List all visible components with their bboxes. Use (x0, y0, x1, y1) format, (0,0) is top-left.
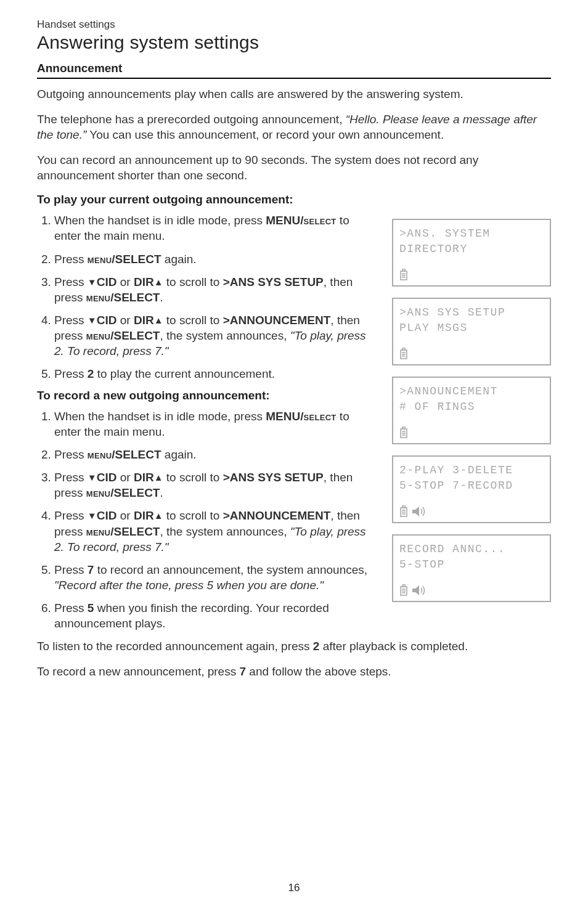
screen-line-2: # OF RINGS (399, 399, 544, 414)
para-intro-2b: You can use this announcement, or record… (86, 128, 444, 141)
record-step-2: Press menu/SELECT again. (54, 447, 376, 462)
text: to scroll to (163, 275, 223, 288)
text: to scroll to (163, 509, 223, 522)
menu-item-announcement: >ANNOUNCEMENT (223, 509, 331, 522)
text: Press (54, 601, 88, 614)
record-step-4: Press ▼CID or DIR▲ to scroll to >ANNOUNC… (54, 508, 376, 554)
battery-icon (399, 426, 408, 439)
play-step-5: Press 2 to play the current announcement… (54, 366, 376, 381)
text: Press (54, 253, 88, 266)
play-step-2: Press menu/SELECT again. (54, 251, 376, 267)
play-step-3: Press ▼CID or DIR▲ to scroll to >ANS SYS… (54, 274, 376, 305)
play-steps-list: When the handset is in idle mode, press … (37, 213, 376, 381)
screen-line-1: 2-PLAY 3-DELETE (399, 463, 544, 478)
handset-screen-announcement: >ANNOUNCEMENT # OF RINGS (392, 377, 551, 444)
divider (37, 78, 551, 79)
text: and follow the above steps. (246, 665, 391, 678)
key-menu: menu/SELECT (86, 486, 160, 499)
key-menu: menu/SELECT (86, 329, 160, 342)
handset-screen-record-annc: RECORD ANNC... 5-STOP (392, 534, 551, 602)
svg-rect-16 (402, 506, 405, 508)
text: when you finish the recording. Your reco… (54, 601, 329, 630)
text: again. (161, 253, 197, 266)
subheading-play: To play your current outgoing announceme… (37, 193, 551, 206)
text: to record an announcement, the system an… (94, 563, 367, 576)
text: or (116, 275, 133, 288)
para-intro-3: You can record an announcement up to 90 … (37, 152, 551, 183)
text: Press (54, 314, 88, 327)
up-triangle-icon: ▲ (154, 314, 163, 327)
key-7: 7 (88, 563, 94, 576)
para-intro-2a: The telephone has a prerecorded outgoing… (37, 113, 346, 126)
text: When the handset is in idle mode, press (54, 410, 266, 423)
menu-item-ans-setup: >ANS SYS SETUP (223, 471, 324, 484)
text: Press (54, 275, 88, 288)
svg-rect-6 (402, 348, 405, 350)
key-menu: menu/SELECT (86, 525, 160, 538)
text: To record a new announcement, press (37, 665, 239, 678)
text: To listen to the recorded announcement a… (37, 640, 313, 653)
menu-item-ans-setup: >ANS SYS SETUP (223, 275, 324, 288)
battery-icon (399, 505, 408, 518)
up-triangle-icon: ▲ (154, 510, 163, 522)
subheading-record: To record a new outgoing announcement: (37, 389, 376, 402)
page-title: Answering system settings (37, 32, 551, 53)
text: Press (54, 448, 88, 461)
screen-line-2: 5-STOP 7-RECORD (399, 478, 544, 493)
screen-line-2: PLAY MSGS (399, 320, 544, 335)
text: , the system announces, (160, 329, 290, 342)
handset-screen-play-options: 2-PLAY 3-DELETE 5-STOP 7-RECORD (392, 455, 551, 523)
screen-line-1: >ANS SYS SETUP (399, 305, 544, 320)
key-cid: CID (97, 471, 117, 484)
screen-line-1: RECORD ANNC... (399, 542, 544, 556)
record-steps-list: When the handset is in idle mode, press … (37, 409, 376, 631)
menu-item-announcement: >ANNOUNCEMENT (223, 314, 331, 327)
up-triangle-icon: ▲ (154, 276, 163, 288)
text: . (160, 486, 163, 499)
down-triangle-icon: ▼ (88, 510, 97, 522)
record-step-1: When the handset is in idle mode, press … (54, 409, 376, 439)
key-2: 2 (88, 367, 94, 380)
battery-icon (399, 348, 408, 360)
speaker-icon (412, 584, 428, 597)
section-heading-announcement: Announcement (37, 62, 551, 75)
up-triangle-icon: ▲ (154, 471, 163, 484)
handset-screen-ans-setup: >ANS SYS SETUP PLAY MSGS (392, 298, 551, 365)
key-menu: MENU/select (266, 214, 336, 227)
handset-screen-ans-system: >ANS. SYSTEM DIRECTORY (392, 219, 551, 287)
svg-rect-22 (402, 585, 405, 587)
record-step-5: Press 7 to record an announcement, the s… (54, 562, 376, 593)
text: . (160, 291, 163, 304)
key-7: 7 (239, 665, 246, 678)
text: or (116, 314, 133, 327)
key-cid: CID (97, 509, 117, 522)
text: When the handset is in idle mode, press (54, 214, 266, 227)
key-menu: menu/SELECT (86, 291, 160, 304)
text: Press (54, 367, 88, 380)
battery-icon (399, 269, 408, 281)
screen-line-1: >ANS. SYSTEM (399, 226, 544, 241)
key-5: 5 (88, 601, 94, 614)
svg-marker-20 (412, 507, 419, 516)
down-triangle-icon: ▼ (88, 471, 97, 484)
page-number: 16 (0, 882, 588, 894)
speaker-icon (412, 505, 428, 518)
text: Press (54, 563, 88, 576)
key-menu: menu/SELECT (88, 253, 161, 266)
text: Press (54, 471, 88, 484)
key-menu: MENU/select (266, 410, 336, 423)
record-step-3: Press ▼CID or DIR▲ to scroll to >ANS SYS… (54, 470, 376, 500)
text: to scroll to (163, 314, 223, 327)
text: after playback is completed. (319, 640, 468, 653)
text: again. (161, 448, 197, 461)
para-intro-2: The telephone has a prerecorded outgoing… (37, 112, 551, 142)
text: Press (54, 509, 88, 522)
key-2: 2 (313, 640, 320, 653)
svg-rect-1 (402, 269, 405, 271)
key-dir: DIR (134, 314, 154, 327)
down-triangle-icon: ▼ (88, 314, 97, 327)
key-dir: DIR (134, 509, 154, 522)
key-cid: CID (97, 314, 117, 327)
svg-rect-11 (402, 427, 405, 429)
key-dir: DIR (134, 275, 154, 288)
